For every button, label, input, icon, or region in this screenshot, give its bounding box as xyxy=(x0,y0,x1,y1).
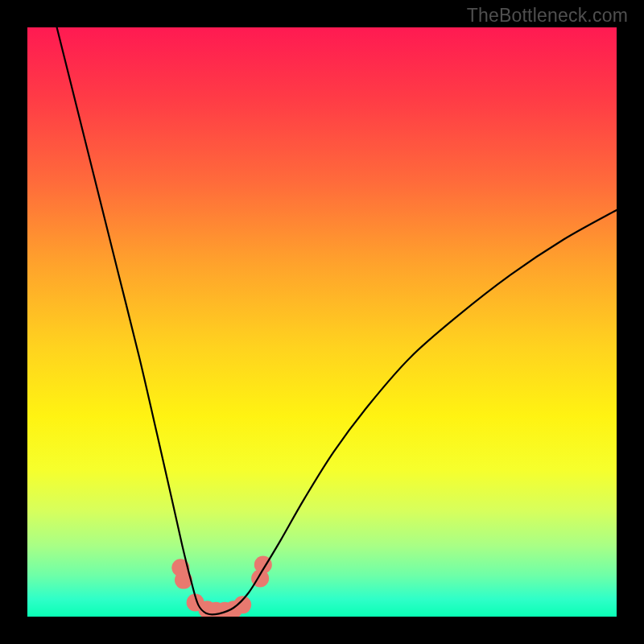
chart-plot-area xyxy=(27,27,617,617)
chart-frame: TheBottleneck.com xyxy=(0,0,644,644)
curve-line xyxy=(57,27,617,614)
chart-svg xyxy=(27,27,617,617)
watermark-text: TheBottleneck.com xyxy=(467,5,628,27)
